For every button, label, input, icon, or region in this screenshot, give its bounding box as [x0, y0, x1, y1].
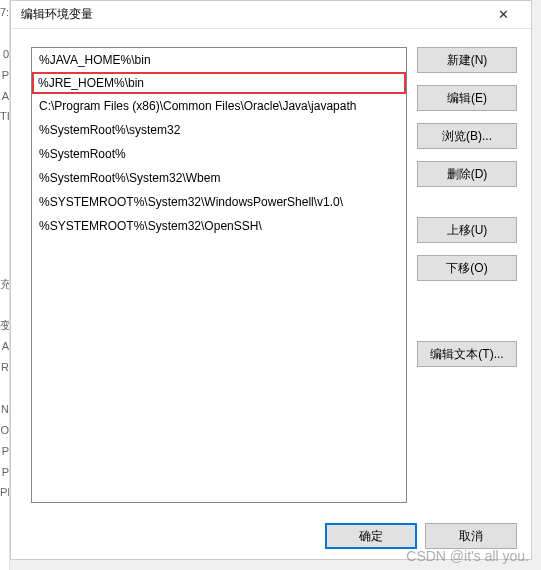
titlebar: 编辑环境变量 ✕ [11, 1, 531, 29]
bg-clip-text [0, 148, 9, 169]
bg-clip-text: A [0, 336, 9, 357]
path-list-item[interactable]: %SYSTEMROOT%\System32\WindowsPowerShell\… [32, 190, 406, 214]
dialog-footer: 确定 取消 [11, 513, 531, 559]
bg-clip-text: P [0, 65, 9, 86]
browse-button[interactable]: 浏览(B)... [417, 123, 517, 149]
path-list-item[interactable]: C:\Program Files (x86)\Common Files\Orac… [32, 94, 406, 118]
bg-clip-text [0, 253, 9, 274]
bg-clip-text: O [0, 420, 9, 441]
bg-clip-text: 0 [0, 44, 9, 65]
path-list-item[interactable]: %SystemRoot% [32, 142, 406, 166]
path-list-item[interactable]: %SystemRoot%\System32\Wbem [32, 166, 406, 190]
bg-clip-text: PI [0, 482, 9, 503]
path-list-item[interactable]: %JRE_HOEM%\bin [32, 72, 406, 94]
bg-clip-text [0, 23, 9, 44]
path-list-item[interactable]: %SYSTEMROOT%\System32\OpenSSH\ [32, 214, 406, 238]
close-icon[interactable]: ✕ [483, 2, 523, 28]
bg-clip-text [0, 127, 9, 148]
bg-clip-text: TI [0, 106, 9, 127]
bg-clip-text [0, 294, 9, 315]
bg-clip-text: 7: [0, 2, 9, 23]
side-button-column: 新建(N) 编辑(E) 浏览(B)... 删除(D) 上移(U) 下移(O) 编… [417, 47, 517, 503]
bg-clip-text: P [0, 462, 9, 483]
edit-text-button[interactable]: 编辑文本(T)... [417, 341, 517, 367]
path-listbox[interactable]: %JAVA_HOME%\bin%JRE_HOEM%\binC:\Program … [31, 47, 407, 503]
dialog-title: 编辑环境变量 [21, 6, 483, 23]
bg-clip-text: P [0, 441, 9, 462]
bg-clip-text: R [0, 357, 9, 378]
new-button[interactable]: 新建(N) [417, 47, 517, 73]
move-down-button[interactable]: 下移(O) [417, 255, 517, 281]
bg-clip-text [0, 378, 9, 399]
bg-clip-text [0, 211, 9, 232]
bg-clip-text: N [0, 399, 9, 420]
edit-button[interactable]: 编辑(E) [417, 85, 517, 111]
ok-button[interactable]: 确定 [325, 523, 417, 549]
path-list-item[interactable]: %SystemRoot%\system32 [32, 118, 406, 142]
bg-clip-text: 充 [0, 274, 9, 295]
path-list-item[interactable]: %JAVA_HOME%\bin [32, 48, 406, 72]
bg-clip-text: A [0, 86, 9, 107]
bg-clip-text: 变 [0, 315, 9, 336]
edit-env-var-dialog: 编辑环境变量 ✕ %JAVA_HOME%\bin%JRE_HOEM%\binC:… [10, 0, 532, 560]
cancel-button[interactable]: 取消 [425, 523, 517, 549]
bg-clip-text [0, 190, 9, 211]
background-clipped-window: 7: 0PATI 充 变AR NOPPPI [0, 0, 10, 570]
delete-button[interactable]: 删除(D) [417, 161, 517, 187]
move-up-button[interactable]: 上移(U) [417, 217, 517, 243]
dialog-content: %JAVA_HOME%\bin%JRE_HOEM%\binC:\Program … [11, 29, 531, 513]
bg-clip-text [0, 169, 9, 190]
bg-clip-text [0, 232, 9, 253]
